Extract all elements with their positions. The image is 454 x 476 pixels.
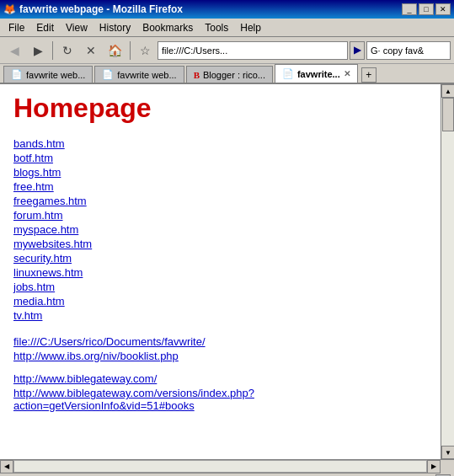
link-bands[interactable]: bands.htm xyxy=(13,137,65,150)
link-jobs[interactable]: jobs.htm xyxy=(13,281,55,293)
browser-icon: 🦊 xyxy=(3,3,16,15)
address-bar[interactable]: file:///C:/Users... xyxy=(158,41,348,60)
list-item: mywebsites.htm xyxy=(13,238,427,250)
list-item: jobs.htm xyxy=(13,281,427,293)
back-button[interactable]: ◀ xyxy=(3,40,25,62)
link-myspace[interactable]: myspace.htm xyxy=(13,223,78,236)
list-item: forum.htm xyxy=(13,209,427,222)
tab-favicon-2: B xyxy=(194,70,200,80)
menu-tools[interactable]: Tools xyxy=(200,20,233,35)
window-title: favwrite webpage - Mozilla Firefox xyxy=(19,3,183,15)
menu-view[interactable]: View xyxy=(61,20,93,35)
url-ibs[interactable]: http://www.ibs.org/niv/booklist.php xyxy=(13,350,427,362)
vertical-scrollbar: ▲ ▼ xyxy=(441,84,454,459)
list-item: security.htm xyxy=(13,252,427,265)
address-text: file:///C:/Users... xyxy=(162,45,227,56)
forward-button[interactable]: ▶ xyxy=(27,40,49,62)
url-section: file:///C:/Users/rico/Documents/favwrite… xyxy=(13,335,427,412)
menu-history[interactable]: History xyxy=(94,20,136,35)
link-forum[interactable]: forum.htm xyxy=(13,209,63,222)
list-item: bands.htm xyxy=(13,137,427,150)
scroll-down-button[interactable]: ▼ xyxy=(441,446,454,459)
tab-favicon-0: 📄 xyxy=(11,69,23,80)
maximize-button[interactable]: □ xyxy=(419,3,434,15)
list-item: blogs.htm xyxy=(13,166,427,179)
list-item: freegames.htm xyxy=(13,195,427,207)
h-scroll-track[interactable] xyxy=(13,460,427,473)
toolbar: ◀ ▶ ↻ ✕ 🏠 ☆ file:///C:/Users... ▶ G· cop… xyxy=(0,37,454,64)
tab-3[interactable]: 📄 favwrite... ✕ xyxy=(275,64,358,83)
content-wrapper: Homepage bands.htm botf.htm blogs.htm fr… xyxy=(0,84,454,459)
list-item: media.htm xyxy=(13,295,427,308)
minimize-button[interactable]: _ xyxy=(402,3,417,15)
url-gap xyxy=(13,364,427,372)
link-list: bands.htm botf.htm blogs.htm free.htm fr… xyxy=(13,137,427,322)
link-free[interactable]: free.htm xyxy=(13,180,54,193)
search-bar[interactable]: G· copy fav& xyxy=(366,41,451,60)
go-button[interactable]: ▶ xyxy=(350,41,365,60)
list-item: linuxnews.htm xyxy=(13,266,427,279)
tab-close-3[interactable]: ✕ xyxy=(344,69,350,78)
bookmark-button[interactable]: ☆ xyxy=(134,40,156,62)
search-text: G· copy fav& xyxy=(371,45,424,56)
home-button[interactable]: 🏠 xyxy=(104,40,126,62)
link-tv[interactable]: tv.htm xyxy=(13,309,42,322)
menu-help[interactable]: Help xyxy=(235,20,266,35)
menu-bookmarks[interactable]: Bookmarks xyxy=(137,20,198,35)
toolbar-separator-1 xyxy=(52,41,53,60)
list-item: myspace.htm xyxy=(13,223,427,236)
tab-2[interactable]: B Blogger : rico... xyxy=(186,66,273,83)
list-item: free.htm xyxy=(13,180,427,193)
url-favwrite-local[interactable]: file:///C:/Users/rico/Documents/favwrite… xyxy=(13,335,427,348)
menu-file[interactable]: File xyxy=(3,20,29,35)
window-controls: _ □ ✕ xyxy=(402,3,451,15)
list-item: tv.htm xyxy=(13,309,427,322)
list-item: botf.htm xyxy=(13,152,427,164)
scroll-up-button[interactable]: ▲ xyxy=(441,84,454,98)
scroll-thumb[interactable] xyxy=(442,98,454,131)
tab-favicon-1: 📄 xyxy=(102,69,114,80)
new-tab-button[interactable]: + xyxy=(361,67,377,83)
link-security[interactable]: security.htm xyxy=(13,252,72,265)
close-button[interactable]: ✕ xyxy=(435,3,451,15)
horizontal-scrollbar-wrapper: ◀ ▶ xyxy=(0,459,454,473)
link-freegames[interactable]: freegames.htm xyxy=(13,195,87,207)
menu-bar: File Edit View History Bookmarks Tools H… xyxy=(0,19,454,37)
link-blogs[interactable]: blogs.htm xyxy=(13,166,61,179)
tab-label-1: favwrite web... xyxy=(117,70,176,80)
url-biblegateway-versions[interactable]: http://www.biblegateway.com/versions/ind… xyxy=(13,387,427,412)
scrollbar-corner xyxy=(441,460,454,473)
link-mywebsites[interactable]: mywebsites.htm xyxy=(13,238,92,250)
scroll-right-button[interactable]: ▶ xyxy=(427,460,441,473)
horizontal-scrollbar: ◀ ▶ xyxy=(0,460,441,473)
toolbar-separator-2 xyxy=(130,41,131,60)
tab-bar: 📄 favwrite web... 📄 favwrite web... B Bl… xyxy=(0,64,454,84)
tab-label-3: favwrite... xyxy=(297,69,340,79)
refresh-button[interactable]: ↻ xyxy=(56,40,78,62)
tab-favicon-3: 📄 xyxy=(282,68,294,79)
tab-label-2: Blogger : rico... xyxy=(203,70,265,80)
tab-label-0: favwrite web... xyxy=(26,70,85,80)
stop-button[interactable]: ✕ xyxy=(80,40,102,62)
scroll-track[interactable] xyxy=(441,98,454,446)
address-bar-container: file:///C:/Users... ▶ xyxy=(158,41,365,60)
tab-0[interactable]: 📄 favwrite web... xyxy=(3,66,93,83)
link-linuxnews[interactable]: linuxnews.htm xyxy=(13,266,83,279)
title-bar: 🦊 favwrite webpage - Mozilla Firefox _ □… xyxy=(0,0,454,19)
link-media[interactable]: media.htm xyxy=(13,295,65,308)
tab-1[interactable]: 📄 favwrite web... xyxy=(94,66,184,83)
page-heading: Homepage xyxy=(13,93,427,124)
status-bar: Done S xyxy=(0,473,454,476)
url-biblegateway[interactable]: http://www.biblegateway.com/ xyxy=(13,372,427,385)
scroll-left-button[interactable]: ◀ xyxy=(0,460,13,473)
page-content: Homepage bands.htm botf.htm blogs.htm fr… xyxy=(0,84,441,459)
link-botf[interactable]: botf.htm xyxy=(13,152,53,164)
menu-edit[interactable]: Edit xyxy=(31,20,59,35)
